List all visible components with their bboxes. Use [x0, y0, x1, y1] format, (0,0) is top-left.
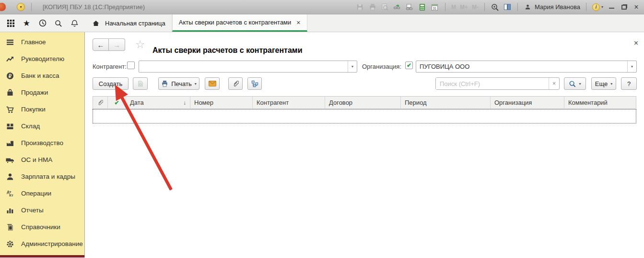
more-button[interactable]: Еще ▾ [591, 77, 616, 90]
chevron-down-icon: ▾ [579, 82, 581, 86]
divider [484, 3, 485, 11]
forward-button[interactable]: → [109, 38, 125, 51]
history-icon[interactable] [38, 18, 47, 28]
sidebar-item-directories[interactable]: Справочники [0, 219, 84, 235]
kontragent-filter-checkbox[interactable] [127, 61, 135, 69]
print-button[interactable]: Печать ▾ [158, 77, 199, 90]
main-menu-icon[interactable]: ▾ [17, 3, 25, 11]
column-kontragent[interactable]: Контрагент [253, 97, 325, 109]
panel-icons: ★ [0, 14, 85, 32]
close-window-button[interactable]: × [632, 3, 641, 12]
memory-m-minus-button[interactable]: M- [472, 4, 479, 11]
combo-arrow-icon[interactable]: ▾ [627, 61, 636, 72]
combo-arrow-icon[interactable]: ▾ [348, 61, 357, 72]
sidebar-item-reports[interactable]: Отчеты [0, 202, 84, 219]
create-button[interactable]: Создать [93, 77, 129, 90]
back-button[interactable]: ← [93, 38, 109, 51]
divider [31, 3, 32, 11]
add-favorite-star-icon[interactable]: ☆ [135, 38, 145, 51]
tab-acts-of-reconciliation[interactable]: Акты сверки расчетов с контрагентами × [172, 14, 307, 32]
sidebar-item-warehouse[interactable]: Склад [0, 118, 84, 135]
org-filter-label: Организация: [362, 63, 401, 70]
column-posted[interactable]: ✔ [108, 97, 126, 109]
calendar-icon[interactable]: 31 [431, 3, 439, 12]
search-icon [569, 80, 576, 87]
zoom-icon[interactable] [491, 3, 499, 12]
sort-desc-icon: ↓ [181, 99, 186, 106]
get-link-icon[interactable] [406, 3, 414, 12]
calculator-icon[interactable] [418, 3, 427, 12]
search-input[interactable] [436, 78, 549, 89]
all-sections-grid-icon[interactable] [6, 18, 15, 28]
org-filter-combo: ▾ [416, 61, 637, 73]
sidebar-item-sales[interactable]: Продажи [0, 84, 84, 101]
cart-icon [4, 105, 16, 114]
app-icon[interactable] [0, 3, 6, 11]
bag-icon [4, 88, 16, 97]
close-form-button[interactable]: × [634, 39, 638, 48]
find-button[interactable]: ▾ [564, 77, 586, 90]
global-search-icon[interactable] [54, 18, 63, 28]
chevron-down-icon: ▾ [601, 5, 603, 9]
column-period[interactable]: Период [401, 97, 491, 109]
tab-close-icon[interactable]: × [296, 19, 300, 26]
sidebar-item-production[interactable]: Производство [0, 135, 84, 151]
column-organization[interactable]: Организация [491, 97, 564, 109]
column-contract[interactable]: Договор [325, 97, 401, 109]
org-filter-input[interactable] [416, 61, 627, 72]
sidebar-item-manager[interactable]: Руководителю [0, 50, 84, 67]
favorites-star-icon[interactable]: ★ [22, 18, 31, 28]
column-date[interactable]: Дата ↓ [126, 97, 190, 109]
notifications-bell-icon[interactable] [70, 18, 79, 28]
books-icon [4, 223, 16, 232]
sidebar-item-administration[interactable]: Администрирование [0, 235, 84, 252]
kontragent-filter-input[interactable] [139, 61, 348, 72]
column-attachment[interactable] [93, 97, 108, 109]
paperclip-icon [97, 99, 103, 106]
person-icon [4, 172, 16, 181]
current-user[interactable]: Мария Иванова [524, 3, 580, 12]
split-view-icon[interactable] [503, 3, 512, 12]
column-comment[interactable]: Комментарий [564, 97, 636, 109]
help-button[interactable]: ? [621, 77, 637, 90]
sidebar-item-bank-cash[interactable]: ₽ Банк и касса [0, 67, 84, 84]
check-icon: ✔ [114, 100, 119, 106]
tab-home[interactable]: Начальная страница [85, 14, 172, 32]
related-documents-button[interactable] [247, 77, 262, 90]
clear-search-icon[interactable]: × [549, 78, 559, 89]
sidebar-item-salary-hr[interactable]: Зарплата и кадры [0, 168, 84, 185]
factory-icon [4, 139, 16, 147]
search-box: × [435, 77, 560, 90]
sidebar-item-fixed-assets[interactable]: ОС и НМА [0, 151, 84, 168]
org-filter-checkbox[interactable]: ✔ [405, 61, 413, 69]
user-name: Мария Иванова [535, 3, 580, 11]
sidebar-item-purchases[interactable]: Покупки [0, 101, 84, 118]
main-content: ← → ☆ Акты сверки расчетов с контрагента… [85, 32, 644, 258]
table-row[interactable] [93, 109, 636, 123]
tab-label: Акты сверки расчетов с контрагентами [179, 19, 292, 26]
menu-icon [4, 38, 16, 47]
copy-button[interactable] [133, 77, 148, 90]
print-icon[interactable] [368, 3, 377, 12]
print-preview-icon[interactable] [381, 3, 389, 12]
home-icon [91, 18, 101, 28]
service-info-button[interactable]: i ▾ [592, 3, 603, 11]
save-icon[interactable] [356, 3, 364, 12]
svg-text:₽: ₽ [9, 73, 12, 78]
column-number[interactable]: Номер [190, 97, 253, 109]
memory-m-button[interactable]: M [451, 4, 456, 11]
structure-icon [251, 80, 258, 87]
annotation-arrow [104, 78, 181, 196]
attachments-button[interactable] [228, 77, 243, 90]
trend-chart-icon [4, 55, 16, 63]
sidebar-item-operations[interactable]: ДтКт Операции [0, 185, 84, 202]
send-email-button[interactable] [205, 77, 220, 90]
truck-icon [4, 156, 16, 164]
minimize-button[interactable] [607, 3, 616, 12]
maximize-button[interactable] [620, 3, 628, 12]
go-to-link-icon[interactable] [393, 3, 402, 12]
debit-credit-icon: ДтКт [4, 190, 16, 197]
memory-m-plus-button[interactable]: M+ [460, 4, 468, 11]
window-title: [КОПИЯ] ПБУ 18 (1С:Предприятие) [43, 3, 145, 11]
sidebar-item-main[interactable]: Главное [0, 34, 84, 50]
